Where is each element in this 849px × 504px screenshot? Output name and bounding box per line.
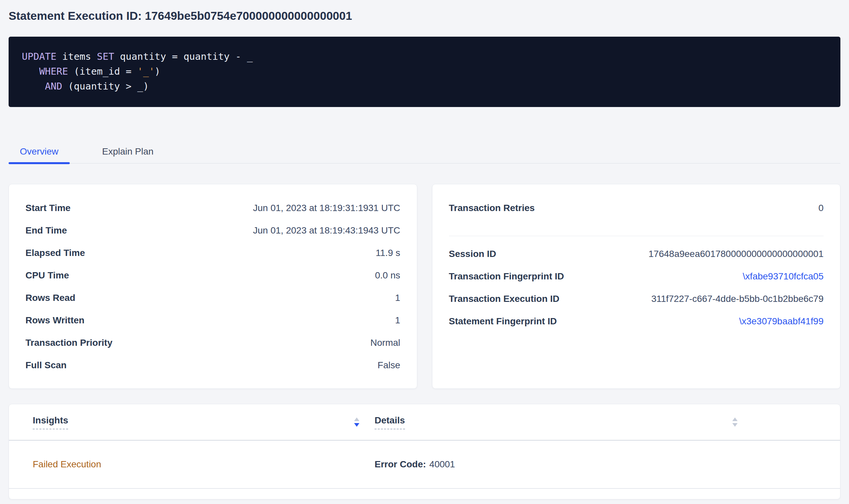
metric-row-rows-written: Rows Written 1	[25, 309, 400, 331]
metric-label: Transaction Priority	[25, 338, 112, 348]
sql-keyword: WHERE	[39, 66, 68, 77]
metric-label: Session ID	[449, 249, 496, 259]
sql-text: (item_id =	[68, 66, 138, 77]
metric-value: Normal	[370, 338, 400, 348]
metric-label: Transaction Fingerprint ID	[449, 271, 564, 282]
metric-row-end-time: End Time Jun 01, 2023 at 18:19:43:1943 U…	[25, 219, 400, 242]
sql-statement-box: UPDATE items SET quantity = quantity - _…	[8, 37, 841, 107]
insight-failed-execution-label: Failed Execution	[33, 459, 101, 469]
detail-cards-row: Start Time Jun 01, 2023 at 18:19:31:1931…	[8, 184, 841, 389]
sort-up-arrow-icon	[732, 417, 738, 421]
sort-up-arrow-icon	[354, 417, 359, 421]
metric-label: Transaction Retries	[449, 203, 535, 213]
page-title: Statement Execution ID: 17649be5b0754e70…	[8, 0, 841, 23]
sql-text: (quantity > _)	[62, 80, 149, 92]
tab-bar: Overview Explain Plan	[8, 146, 841, 163]
metric-row-start-time: Start Time Jun 01, 2023 at 18:19:31:1931…	[25, 197, 400, 219]
metric-value: 1	[395, 315, 400, 326]
sort-icon-insights[interactable]	[354, 417, 359, 427]
metric-label: CPU Time	[25, 270, 69, 281]
insight-cell: Failed Execution	[25, 459, 359, 470]
sql-line-2: WHERE (item_id = '_')	[22, 64, 827, 79]
sort-icon-details[interactable]	[732, 417, 738, 427]
metric-value: 1	[395, 293, 400, 303]
metric-label: Rows Read	[25, 293, 75, 303]
overview-metrics-card: Start Time Jun 01, 2023 at 18:19:31:1931…	[8, 184, 417, 389]
metric-row-statement-fingerprint-id: Statement Fingerprint ID \x3e3079baabf41…	[449, 310, 824, 332]
insights-table-card: Insights Details Failed Execution Error …	[8, 404, 841, 499]
metric-row-full-scan: Full Scan False	[25, 354, 400, 377]
sql-keyword: AND	[45, 80, 62, 92]
metric-value: False	[378, 360, 400, 371]
metric-label: Rows Written	[25, 315, 84, 326]
sort-down-arrow-icon	[354, 423, 359, 427]
column-header-insights[interactable]: Insights	[25, 415, 359, 429]
sql-statement: UPDATE items SET quantity = quantity - _…	[22, 49, 827, 94]
insights-table-header: Insights Details	[9, 404, 840, 440]
metric-row-rows-read: Rows Read 1	[25, 287, 400, 309]
sql-line-1: UPDATE items SET quantity = quantity - _	[22, 49, 827, 64]
tab-explain-plan-label: Explain Plan	[102, 146, 154, 157]
tab-explain-plan[interactable]: Explain Plan	[91, 146, 165, 163]
tab-overview[interactable]: Overview	[8, 146, 70, 163]
sort-down-arrow-icon	[732, 423, 738, 427]
metric-label: Full Scan	[25, 360, 67, 371]
sql-text	[22, 80, 45, 92]
column-header-details-label: Details	[375, 415, 405, 429]
metric-row-transaction-retries: Transaction Retries 0	[449, 197, 824, 219]
error-code-value: 40001	[430, 459, 455, 469]
metric-row-transaction-fingerprint-id: Transaction Fingerprint ID \xfabe93710fc…	[449, 265, 824, 288]
metric-value: Jun 01, 2023 at 18:19:43:1943 UTC	[253, 225, 400, 236]
metric-row-elapsed-time: Elapsed Time 11.9 s	[25, 242, 400, 264]
metric-label: Statement Fingerprint ID	[449, 316, 557, 327]
sql-line-3: AND (quantity > _)	[22, 79, 827, 94]
metric-label: Elapsed Time	[25, 248, 85, 258]
metric-label: End Time	[25, 225, 67, 236]
metric-row-transaction-priority: Transaction Priority Normal	[25, 331, 400, 354]
metric-row-transaction-execution-id: Transaction Execution ID 311f7227-c667-4…	[449, 288, 824, 310]
metric-value: 11.9 s	[376, 248, 400, 258]
tab-overview-label: Overview	[20, 146, 58, 157]
column-header-insights-label: Insights	[33, 415, 68, 429]
metric-value: 0	[818, 203, 824, 213]
sql-text	[22, 66, 39, 77]
metric-row-cpu-time: CPU Time 0.0 ns	[25, 264, 400, 287]
metric-label: Transaction Execution ID	[449, 294, 560, 304]
metric-label: Start Time	[25, 203, 70, 213]
sql-text: )	[155, 66, 160, 77]
statement-execution-page: Statement Execution ID: 17649be5b0754e70…	[0, 0, 849, 499]
transaction-details-card: Transaction Retries 0 Session ID 17648a9…	[432, 184, 841, 389]
statement-fingerprint-id-link[interactable]: \x3e3079baabf41f99	[739, 316, 824, 327]
metric-value: 0.0 ns	[375, 270, 400, 281]
insight-details-cell: Error Code:40001	[367, 459, 738, 470]
transaction-execution-id-value: 311f7227-c667-4dde-b5bb-0c1b2bbe6c79	[651, 294, 824, 304]
error-code-label: Error Code:	[375, 459, 426, 469]
column-header-details[interactable]: Details	[367, 415, 738, 429]
session-id-value: 17648a9eea601780000000000000000001	[649, 249, 824, 259]
transaction-fingerprint-id-link[interactable]: \xfabe93710fcfca05	[743, 271, 824, 282]
insight-table-row: Failed Execution Error Code:40001	[9, 440, 840, 489]
sql-text: items	[56, 51, 97, 62]
metric-value: Jun 01, 2023 at 18:19:31:1931 UTC	[253, 203, 400, 213]
card-divider	[449, 236, 824, 236]
metric-row-session-id: Session ID 17648a9eea6017800000000000000…	[449, 243, 824, 265]
sql-keyword: UPDATE	[22, 51, 56, 62]
sql-keyword: SET	[97, 51, 114, 62]
sql-text: quantity = quantity - _	[114, 51, 253, 62]
sql-string-literal: '_'	[137, 66, 154, 77]
